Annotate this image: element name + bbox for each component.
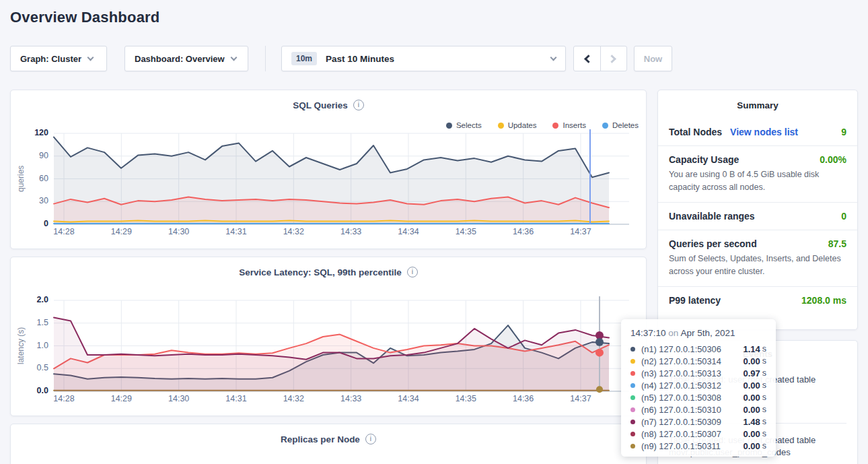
capacity-usage-label: Capacity Usage	[669, 154, 739, 165]
now-button[interactable]: Now	[634, 46, 672, 71]
info-icon[interactable]: i	[365, 434, 376, 444]
legend-label: Selects	[456, 121, 482, 129]
dashboard-dropdown[interactable]: Dashboard: Overview	[124, 46, 248, 71]
tooltip-node-value: 0.00	[743, 380, 760, 391]
time-range-label: Past 10 Minutes	[326, 54, 394, 64]
tooltip-node-label: (n2) 127.0.0.1:50314	[641, 356, 743, 366]
capacity-usage-subtext: You are using 0 B of 4.5 GiB usable disk…	[669, 168, 846, 194]
node-color-dot-icon	[630, 444, 635, 449]
tooltip-node-unit: s	[762, 344, 766, 354]
chevron-down-icon	[87, 54, 94, 61]
summary-row-total-nodes: Total Nodes View nodes list 9	[658, 119, 857, 145]
latency-chart-title: Service Latency: SQL, 99th percentile	[239, 267, 402, 277]
tooltip-node-unit: s	[762, 441, 766, 451]
tooltip-node-value: 0.00	[743, 429, 760, 439]
legend-label: Deletes	[612, 121, 639, 129]
summary-row-p99: P99 latency 1208.0 ms	[658, 286, 857, 314]
tooltip-node-unit: s	[762, 429, 766, 438]
service-latency-card: Service Latency: SQL, 99th percentile i	[10, 257, 647, 416]
unavailable-ranges-label: Unavailable ranges	[669, 211, 755, 222]
legend-item-inserts[interactable]: Inserts	[552, 121, 586, 129]
legend-item-deletes[interactable]: Deletes	[602, 121, 639, 129]
total-nodes-label: Total Nodes	[669, 127, 722, 137]
tooltip-node-value: 0.00	[743, 441, 760, 451]
graph-dropdown-label: Graph: Cluster	[20, 54, 81, 64]
tooltip-node-value: 0.97	[743, 368, 760, 378]
legend-dot-icon	[498, 123, 504, 129]
prev-time-button[interactable]	[574, 46, 600, 71]
tooltip-node-row: (n8) 127.0.0.1:503070.00s	[630, 428, 766, 440]
tooltip-node-label: (n5) 127.0.0.1:50308	[641, 393, 743, 403]
tooltip-node-unit: s	[762, 405, 766, 414]
node-color-dot-icon	[630, 359, 635, 364]
tooltip-node-row: (n5) 127.0.0.1:503080.00s	[630, 391, 766, 403]
tooltip-node-value: 0.00	[743, 405, 760, 415]
sql-chart-title: SQL Queries	[293, 100, 348, 110]
tooltip-node-row: (n6) 127.0.0.1:503100.00s	[630, 403, 766, 416]
legend-item-updates[interactable]: Updates	[498, 121, 537, 129]
graph-dropdown[interactable]: Graph: Cluster	[10, 46, 107, 71]
replicas-per-node-card: Replicas per Node i	[10, 424, 647, 464]
summary-row-qps: Queries per second 87.5 Sum of Selects, …	[658, 230, 857, 286]
chevron-down-icon	[230, 54, 237, 61]
chevron-down-icon	[550, 54, 557, 61]
tooltip-node-label: (n8) 127.0.0.1:50307	[641, 429, 743, 439]
p99-latency-value: 1208.0 ms	[801, 295, 846, 306]
tooltip-node-value: 1.14	[743, 344, 760, 354]
tooltip-node-value: 0.00	[743, 356, 760, 366]
info-icon[interactable]: i	[353, 100, 364, 110]
time-range-badge: 10m	[291, 52, 317, 65]
page-title: Overview Dashboard	[10, 9, 159, 26]
legend-dot-icon	[602, 123, 608, 129]
tooltip-node-unit: s	[762, 380, 766, 390]
tooltip-node-label: (n1) 127.0.0.1:50306	[641, 344, 743, 354]
qps-value: 87.5	[828, 238, 846, 249]
tooltip-node-unit: s	[762, 393, 766, 402]
node-color-dot-icon	[630, 383, 635, 388]
sql-chart-plot-area[interactable]	[55, 134, 630, 225]
tooltip-node-row: (n2) 127.0.0.1:503140.00s	[630, 355, 766, 367]
capacity-usage-value: 0.00%	[820, 154, 846, 165]
summary-panel: Summary Total Nodes View nodes list 9 Ca…	[657, 90, 858, 330]
latency-chart-plot-area[interactable]	[55, 301, 630, 392]
unavailable-ranges-value: 0	[841, 211, 846, 222]
tooltip-node-unit: s	[762, 356, 766, 366]
legend-label: Inserts	[563, 121, 586, 129]
tooltip-node-label: (n3) 127.0.0.1:50313	[641, 368, 743, 378]
time-range-selector[interactable]: 10m Past 10 Minutes	[281, 46, 566, 71]
node-color-dot-icon	[630, 371, 635, 376]
sql-queries-card: SQL Queries i SelectsUpdatesInsertsDelet…	[10, 90, 647, 249]
info-icon[interactable]: i	[407, 267, 418, 277]
node-color-dot-icon	[630, 407, 635, 412]
time-step-buttons	[573, 46, 627, 71]
tooltip-node-label: (n6) 127.0.0.1:50310	[641, 405, 743, 415]
tooltip-node-row: (n4) 127.0.0.1:503120.00s	[630, 379, 766, 391]
legend-label: Updates	[508, 121, 537, 129]
legend-dot-icon	[446, 123, 452, 129]
node-color-dot-icon	[630, 420, 635, 424]
node-color-dot-icon	[630, 347, 635, 352]
tooltip-node-row: (n9) 127.0.0.1:503110.00s	[630, 440, 766, 452]
tooltip-timestamp: 14:37:10 on Apr 5th, 2021	[630, 328, 766, 338]
tooltip-node-row: (n1) 127.0.0.1:503061.14s	[630, 343, 766, 355]
next-time-button[interactable]	[600, 46, 626, 71]
chart-hover-tooltip: 14:37:10 on Apr 5th, 2021 (n1) 127.0.0.1…	[621, 319, 776, 457]
qps-label: Queries per second	[669, 238, 757, 249]
tooltip-node-row: (n3) 127.0.0.1:503130.97s	[630, 367, 766, 379]
dashboard-dropdown-label: Dashboard: Overview	[135, 54, 225, 64]
view-nodes-list-link[interactable]: View nodes list	[730, 127, 798, 137]
legend-item-selects[interactable]: Selects	[446, 121, 482, 129]
tooltip-node-label: (n7) 127.0.0.1:50309	[641, 417, 743, 427]
tooltip-node-label: (n4) 127.0.0.1:50312	[641, 380, 743, 391]
total-nodes-value: 9	[841, 127, 846, 137]
qps-subtext: Sum of Selects, Updates, Inserts, and De…	[669, 253, 846, 278]
sql-chart-legend: SelectsUpdatesInsertsDeletes	[446, 121, 639, 129]
tooltip-node-value: 0.00	[743, 393, 760, 403]
tooltip-node-row: (n7) 127.0.0.1:503091.48s	[630, 416, 766, 428]
p99-latency-label: P99 latency	[669, 295, 721, 306]
node-color-dot-icon	[630, 395, 635, 400]
chevron-right-icon	[608, 55, 617, 63]
summary-row-capacity: Capacity Usage 0.00% You are using 0 B o…	[658, 145, 857, 202]
now-button-label: Now	[644, 54, 662, 64]
replicas-chart-title: Replicas per Node	[281, 434, 360, 444]
